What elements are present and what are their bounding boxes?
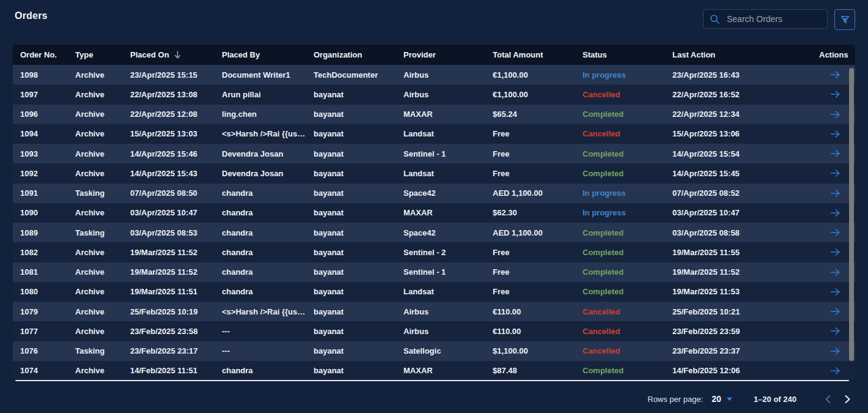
open-order-arrow-icon[interactable] [830,110,840,119]
table-row[interactable]: 1094 Archive 15/Apr/2025 13:03 <s>Harsh … [13,124,855,144]
cell-type: Tasking [75,228,130,237]
open-order-arrow-icon[interactable] [830,327,840,335]
cell-total-amount: €1,100.00 [493,90,583,99]
search-input[interactable] [726,13,839,24]
table-row[interactable]: 1091 Tasking 07/Apr/2025 08:50 chandra b… [13,184,855,203]
cell-total-amount: $65.24 [493,110,583,119]
cell-placed-by: Devendra Josan [222,149,314,158]
cell-actions [819,366,855,375]
rows-per-page-value: 20 [712,394,721,404]
cell-placed-by: <s>Harsh />Rai {{user}... [222,307,314,316]
cell-order-no: 1076 [20,346,75,355]
vertical-scrollbar-thumb[interactable] [849,68,854,361]
open-order-arrow-icon[interactable] [830,228,840,237]
column-header-order-no[interactable]: Order No. [20,50,75,59]
cell-order-no: 1096 [20,110,75,119]
cell-type: Archive [75,327,130,336]
cell-type: Archive [75,129,130,138]
column-header-status[interactable]: Status [583,50,672,59]
column-header-total-amount[interactable]: Total Amount [493,50,583,59]
cell-organization: TechDocumenter [314,70,403,80]
column-header-placed-by[interactable]: Placed By [222,50,314,59]
open-order-arrow-icon[interactable] [830,288,840,296]
cell-last-action: 14/Apr/2025 15:45 [672,169,819,178]
cell-type: Archive [75,267,130,277]
column-header-type[interactable]: Type [75,50,130,59]
cell-type: Tasking [75,346,130,355]
cell-last-action: 19/Mar/2025 11:52 [672,267,819,277]
cell-total-amount: €1,100.00 [493,70,583,80]
column-header-placed-on[interactable]: Placed On [130,50,222,59]
cell-last-action: 22/Apr/2025 12:34 [672,110,819,119]
table-row[interactable]: 1089 Tasking 03/Apr/2025 08:53 chandra b… [13,223,855,242]
status-badge: In progress [583,188,672,198]
cell-placed-on: 19/Mar/2025 11:51 [130,287,222,296]
open-order-arrow-icon[interactable] [830,70,840,79]
cell-order-no: 1091 [20,188,75,198]
table-row[interactable]: 1096 Archive 22/Apr/2025 12:08 ling.chen… [13,105,855,124]
cell-provider: Airbus [403,327,493,336]
open-order-arrow-icon[interactable] [830,209,840,217]
open-order-arrow-icon[interactable] [830,347,840,355]
open-order-arrow-icon[interactable] [830,307,840,316]
status-badge: Completed [583,149,672,158]
cell-placed-on: 19/Mar/2025 11:52 [130,248,222,257]
open-order-arrow-icon[interactable] [830,268,840,277]
cell-order-no: 1097 [20,90,75,99]
cell-organization: bayanat [314,149,403,158]
cell-provider: Airbus [403,70,493,80]
table-row[interactable]: 1077 Archive 23/Feb/2025 23:58 --- bayan… [13,321,855,341]
open-order-arrow-icon[interactable] [830,130,840,138]
cell-placed-on: 23/Feb/2025 23:58 [130,327,222,336]
cell-order-no: 1074 [20,366,75,375]
open-order-arrow-icon[interactable] [830,366,840,375]
column-header-provider[interactable]: Provider [403,50,493,59]
table-row[interactable]: 1076 Tasking 23/Feb/2025 23:17 --- bayan… [13,341,855,361]
filter-button[interactable] [834,9,855,30]
table-row[interactable]: 1080 Archive 19/Mar/2025 11:51 chandra b… [13,282,855,302]
table-row[interactable]: 1097 Archive 22/Apr/2025 13:08 Arun pill… [13,84,855,104]
status-badge: Completed [583,228,672,237]
chevron-down-icon [726,397,733,401]
cell-placed-by: chandra [222,248,314,257]
open-order-arrow-icon[interactable] [830,149,840,158]
table-row[interactable]: 1093 Archive 14/Apr/2025 15:46 Devendra … [13,144,855,163]
cell-order-no: 1092 [20,169,75,178]
cell-organization: bayanat [314,307,403,316]
table-row[interactable]: 1092 Archive 14/Apr/2025 15:43 Devendra … [13,163,855,183]
cell-provider: MAXAR [403,366,493,375]
open-order-arrow-icon[interactable] [830,169,840,177]
cell-total-amount: €110.00 [493,307,583,316]
table-row[interactable]: 1090 Archive 03/Apr/2025 10:47 chandra b… [13,203,855,223]
filter-icon [840,15,850,24]
sort-desc-icon[interactable] [174,50,182,59]
search-box[interactable] [703,9,828,29]
cell-total-amount: $62.30 [493,208,583,217]
orders-page: Orders Order No. Type Placed On Placed B… [0,0,868,413]
cell-placed-by: Devendra Josan [222,169,314,178]
table-row[interactable]: 1082 Archive 19/Mar/2025 11:52 chandra b… [13,242,855,262]
cell-provider: Landsat [403,169,493,178]
cell-organization: bayanat [314,366,403,375]
cell-last-action: 19/Mar/2025 11:53 [672,287,819,296]
cell-order-no: 1079 [20,307,75,316]
horizontal-scrollbar-thumb[interactable] [15,380,849,381]
previous-page-button[interactable] [820,391,836,407]
rows-per-page-select[interactable]: 20 [712,394,733,404]
cell-total-amount: Free [493,287,583,296]
table-header: Order No. Type Placed On Placed By Organ… [13,45,855,65]
table-row[interactable]: 1074 Archive 14/Feb/2025 11:51 chandra b… [13,361,855,381]
cell-type: Archive [75,90,130,99]
cell-placed-on: 22/Apr/2025 12:08 [130,110,222,119]
cell-provider: Landsat [403,129,493,138]
open-order-arrow-icon[interactable] [830,90,840,99]
cell-total-amount: AED 1,100.00 [493,188,583,198]
column-header-organization[interactable]: Organization [314,50,403,59]
open-order-arrow-icon[interactable] [830,248,840,256]
next-page-button[interactable] [839,391,855,407]
table-row[interactable]: 1079 Archive 25/Feb/2025 10:19 <s>Harsh … [13,302,855,321]
table-row[interactable]: 1098 Archive 23/Apr/2025 15:15 Document … [13,65,855,84]
open-order-arrow-icon[interactable] [830,189,840,198]
column-header-last-action[interactable]: Last Action [672,50,819,59]
table-row[interactable]: 1081 Archive 19/Mar/2025 11:52 chandra b… [13,262,855,282]
